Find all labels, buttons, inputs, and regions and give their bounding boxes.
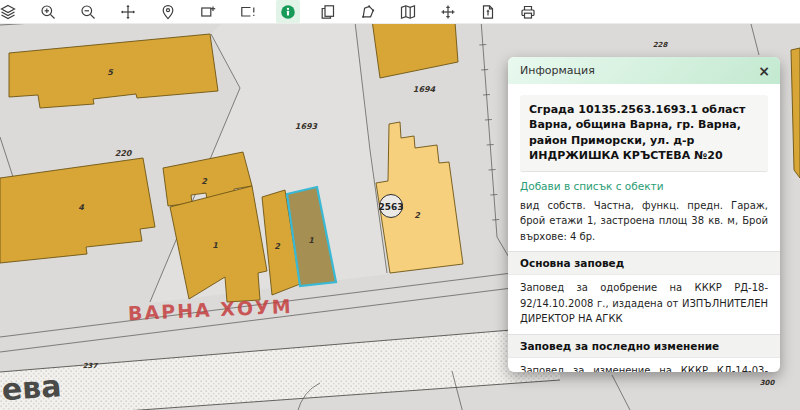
- zoom-out-icon: [80, 4, 96, 20]
- info-panel: Информация × Сграда 10135.2563.1693.1 об…: [508, 57, 780, 372]
- tool-pan[interactable]: [116, 0, 140, 23]
- export-page-icon: [480, 4, 496, 20]
- add-to-list-link[interactable]: Добави в списък с обекти: [520, 180, 768, 192]
- tool-copy-object[interactable]: [316, 0, 340, 23]
- extent-exclamation-icon: [240, 4, 256, 20]
- copy-pages-icon: [320, 4, 336, 20]
- close-icon[interactable]: ×: [758, 64, 770, 78]
- select-area-icon: [200, 4, 216, 20]
- map-label-parcel-220: 220: [115, 149, 133, 158]
- map-label-region-2563: 2563: [378, 202, 403, 212]
- map-label-300: 300: [760, 379, 776, 387]
- info-icon: [280, 4, 296, 20]
- section-text-last-amendment: Заповед за изменение на КККР КД-14-03-19…: [520, 363, 768, 372]
- tool-coordinates[interactable]: [436, 0, 460, 23]
- street-name-label: ева: [1, 368, 63, 407]
- tool-print[interactable]: [516, 0, 540, 23]
- tool-layers[interactable]: [0, 0, 20, 23]
- info-panel-title: Информация: [520, 64, 595, 77]
- map-label-parcel-1693: 1693: [295, 122, 319, 131]
- map-label-building-4: 4: [78, 203, 84, 212]
- info-panel-body: Сграда 10135.2563.1693.1 област Варна, о…: [508, 84, 780, 372]
- map-label-237: 237: [83, 362, 99, 370]
- section-heading-main-order: Основна заповед: [508, 251, 780, 275]
- tool-zoom-in[interactable]: [36, 0, 60, 23]
- object-attributes: вид собств. Частна, функц. предн. Гараж,…: [520, 198, 768, 245]
- tool-draw-polygon[interactable]: [356, 0, 380, 23]
- tool-select-area[interactable]: [196, 0, 220, 23]
- folded-map-icon: [400, 4, 416, 20]
- map-label-building-1a: 1: [212, 241, 218, 250]
- tool-info[interactable]: [276, 0, 300, 23]
- map-label-parcel-228: 228: [653, 41, 669, 49]
- tool-export[interactable]: [476, 0, 500, 23]
- map-toolbar: [0, 0, 800, 24]
- zoom-in-icon: [40, 4, 56, 20]
- layers-icon: [0, 4, 16, 20]
- info-panel-header: Информация ×: [508, 57, 780, 84]
- crosshair-coordinates-icon: [440, 4, 456, 20]
- object-title: Сграда 10135.2563.1693.1 област Варна, о…: [520, 95, 768, 172]
- map-label-parcel-1694: 1694: [413, 85, 436, 94]
- location-pin-icon: [160, 4, 176, 20]
- tool-map-sheets[interactable]: [396, 0, 420, 23]
- section-text-main-order: Заповед за одобрение на КККР РД-18-92/14…: [520, 280, 768, 327]
- map-label-selected-building: 1: [308, 236, 314, 245]
- printer-icon: [520, 4, 536, 20]
- tool-zoom-out[interactable]: [76, 0, 100, 23]
- tool-locate[interactable]: [156, 0, 180, 23]
- tool-extent-info[interactable]: [236, 0, 260, 23]
- pan-icon: [120, 4, 136, 20]
- polygon-draw-icon: [360, 4, 376, 20]
- section-heading-last-amendment: Заповед за последно изменение: [508, 334, 780, 358]
